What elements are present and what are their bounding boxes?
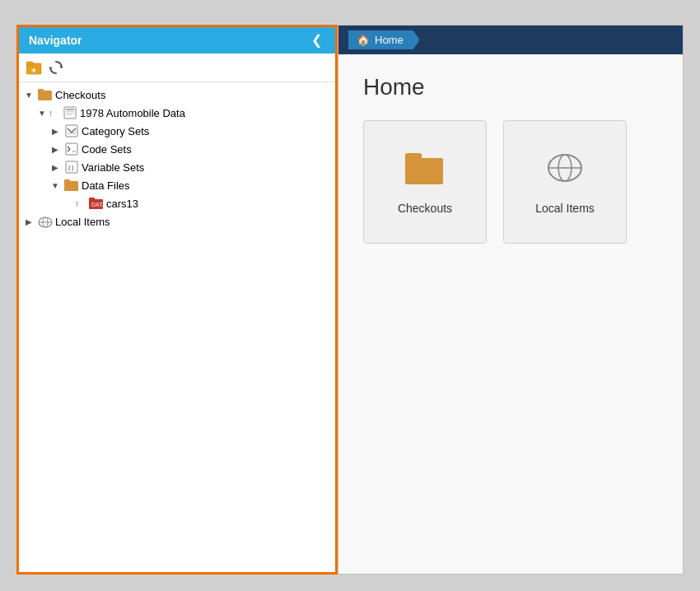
svg-rect-24: [89, 198, 95, 201]
local-items-nav-icon: [38, 214, 53, 229]
svg-rect-22: [64, 179, 70, 183]
app-container: Navigator ❮: [16, 25, 684, 575]
toggle-code-sets[interactable]: [49, 142, 62, 156]
code-sets-icon: [64, 142, 79, 156]
variable-sets-label: Variable Sets: [82, 161, 144, 174]
local-items-tile[interactable]: Local Items: [503, 120, 627, 244]
navigator-toolbar: [19, 54, 335, 82]
breadcrumb-home-label: Home: [375, 34, 404, 46]
svg-rect-15: [66, 143, 77, 155]
cars13-label: cars13: [106, 198, 138, 210]
automobile-data-label: 1978 Automobile Data: [80, 107, 185, 119]
svg-text:{}: {}: [68, 164, 75, 172]
svg-rect-11: [66, 113, 74, 114]
checkouts-tile-label: Checkouts: [398, 202, 452, 215]
collapse-button[interactable]: ❮: [308, 34, 325, 47]
automobile-data-icon: [63, 105, 77, 120]
navigator-panel: Navigator ❮: [16, 25, 338, 575]
navigator-tree: Checkouts ↑ 1978 Automobile Data: [19, 82, 335, 572]
tree-item-category-sets[interactable]: Category Sets: [19, 122, 335, 140]
tree-item-code-sets[interactable]: Code Sets: [19, 140, 335, 158]
svg-rect-10: [66, 111, 74, 112]
svg-text:DATA: DATA: [91, 202, 104, 207]
category-sets-label: Category Sets: [82, 125, 149, 137]
upload-arrow-automobile: ↑: [49, 108, 58, 118]
tree-item-variable-sets[interactable]: {} Variable Sets: [19, 158, 335, 176]
tree-item-local-items[interactable]: Local Items: [19, 212, 335, 230]
local-items-tile-icon: [547, 150, 583, 193]
breadcrumb-bar: 🏠 Home: [338, 26, 683, 54]
tiles-container: Checkouts Local Items: [363, 120, 658, 244]
data-files-icon: [64, 178, 79, 193]
checkouts-tile[interactable]: Checkouts: [363, 120, 487, 244]
svg-rect-7: [38, 89, 44, 92]
toggle-category-sets[interactable]: [49, 124, 62, 137]
toggle-checkouts[interactable]: [22, 88, 35, 101]
content-body: Home Checkouts: [338, 54, 683, 574]
category-sets-icon: [64, 123, 79, 138]
checkouts-label: Checkouts: [55, 89, 105, 101]
svg-rect-1: [26, 62, 33, 65]
svg-rect-13: [66, 125, 77, 137]
svg-rect-12: [66, 114, 72, 115]
code-sets-label: Code Sets: [82, 143, 132, 156]
toggle-data-files[interactable]: [49, 179, 62, 192]
svg-rect-9: [66, 109, 74, 110]
tree-item-data-files[interactable]: Data Files: [19, 176, 335, 194]
breadcrumb-home[interactable]: 🏠 Home: [348, 30, 420, 49]
toggle-local-items[interactable]: [22, 215, 35, 228]
checkouts-folder-icon: [38, 87, 53, 102]
toggle-automobile-data[interactable]: [35, 106, 49, 119]
home-breadcrumb-icon: 🏠: [357, 34, 370, 46]
toggle-variable-sets[interactable]: [49, 161, 62, 174]
checkouts-tile-icon: [405, 150, 445, 193]
svg-rect-30: [405, 153, 422, 163]
page-title: Home: [363, 74, 658, 100]
content-area: 🏠 Home Home Checkouts: [338, 25, 684, 575]
cars13-icon: DATA: [89, 196, 104, 211]
navigator-title: Navigator: [29, 34, 82, 47]
navigator-header: Navigator ❮: [19, 27, 335, 54]
tree-item-automobile-data[interactable]: ↑ 1978 Automobile Data: [19, 104, 335, 122]
local-items-nav-label: Local Items: [55, 216, 110, 228]
upload-arrow-cars13: ↑: [75, 198, 85, 208]
tree-item-checkouts[interactable]: Checkouts: [19, 86, 335, 104]
data-files-label: Data Files: [82, 179, 130, 192]
tree-item-cars13[interactable]: ↑ DATA cars13: [19, 194, 335, 212]
local-items-tile-label: Local Items: [535, 202, 595, 215]
new-folder-icon[interactable]: [26, 58, 44, 77]
variable-sets-icon: {}: [64, 160, 79, 175]
refresh-icon[interactable]: [47, 58, 65, 77]
